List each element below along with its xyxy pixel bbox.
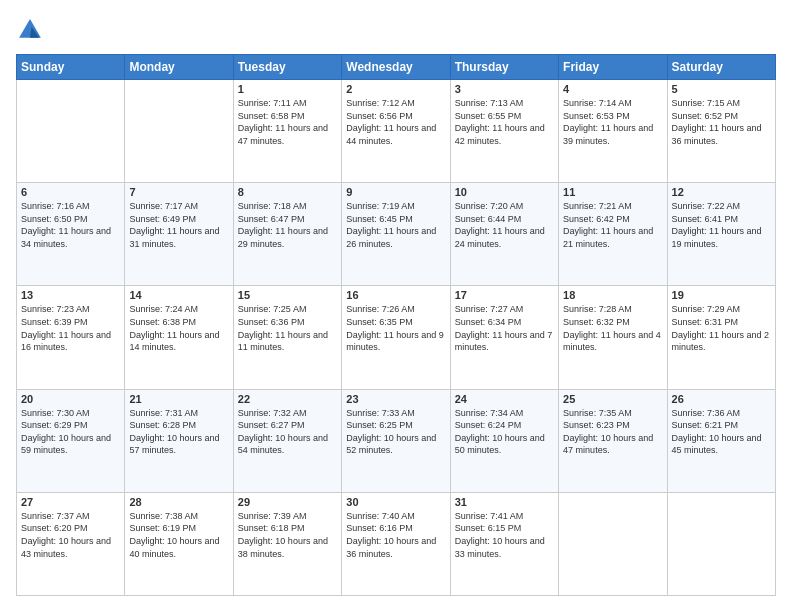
week-row-5: 27Sunrise: 7:37 AM Sunset: 6:20 PM Dayli…: [17, 492, 776, 595]
day-header-saturday: Saturday: [667, 55, 775, 80]
cell-info: Sunrise: 7:26 AM Sunset: 6:35 PM Dayligh…: [346, 303, 445, 353]
calendar-cell: 2Sunrise: 7:12 AM Sunset: 6:56 PM Daylig…: [342, 80, 450, 183]
cell-info: Sunrise: 7:19 AM Sunset: 6:45 PM Dayligh…: [346, 200, 445, 250]
day-number: 26: [672, 393, 771, 405]
week-row-1: 1Sunrise: 7:11 AM Sunset: 6:58 PM Daylig…: [17, 80, 776, 183]
calendar-cell: 20Sunrise: 7:30 AM Sunset: 6:29 PM Dayli…: [17, 389, 125, 492]
logo: [16, 16, 48, 44]
day-number: 6: [21, 186, 120, 198]
calendar-cell: 16Sunrise: 7:26 AM Sunset: 6:35 PM Dayli…: [342, 286, 450, 389]
cell-info: Sunrise: 7:11 AM Sunset: 6:58 PM Dayligh…: [238, 97, 337, 147]
calendar-cell: 31Sunrise: 7:41 AM Sunset: 6:15 PM Dayli…: [450, 492, 558, 595]
calendar-cell: 15Sunrise: 7:25 AM Sunset: 6:36 PM Dayli…: [233, 286, 341, 389]
cell-info: Sunrise: 7:17 AM Sunset: 6:49 PM Dayligh…: [129, 200, 228, 250]
calendar-cell: [125, 80, 233, 183]
cell-info: Sunrise: 7:28 AM Sunset: 6:32 PM Dayligh…: [563, 303, 662, 353]
day-number: 25: [563, 393, 662, 405]
day-number: 21: [129, 393, 228, 405]
calendar-cell: 25Sunrise: 7:35 AM Sunset: 6:23 PM Dayli…: [559, 389, 667, 492]
calendar-cell: [559, 492, 667, 595]
cell-info: Sunrise: 7:37 AM Sunset: 6:20 PM Dayligh…: [21, 510, 120, 560]
calendar-cell: 8Sunrise: 7:18 AM Sunset: 6:47 PM Daylig…: [233, 183, 341, 286]
header: [16, 16, 776, 44]
cell-info: Sunrise: 7:33 AM Sunset: 6:25 PM Dayligh…: [346, 407, 445, 457]
calendar-cell: [17, 80, 125, 183]
calendar: SundayMondayTuesdayWednesdayThursdayFrid…: [16, 54, 776, 596]
day-number: 9: [346, 186, 445, 198]
cell-info: Sunrise: 7:15 AM Sunset: 6:52 PM Dayligh…: [672, 97, 771, 147]
day-number: 2: [346, 83, 445, 95]
day-number: 24: [455, 393, 554, 405]
day-number: 22: [238, 393, 337, 405]
day-number: 3: [455, 83, 554, 95]
day-header-wednesday: Wednesday: [342, 55, 450, 80]
cell-info: Sunrise: 7:13 AM Sunset: 6:55 PM Dayligh…: [455, 97, 554, 147]
day-number: 1: [238, 83, 337, 95]
calendar-cell: [667, 492, 775, 595]
calendar-cell: 22Sunrise: 7:32 AM Sunset: 6:27 PM Dayli…: [233, 389, 341, 492]
calendar-cell: 17Sunrise: 7:27 AM Sunset: 6:34 PM Dayli…: [450, 286, 558, 389]
calendar-header-row: SundayMondayTuesdayWednesdayThursdayFrid…: [17, 55, 776, 80]
cell-info: Sunrise: 7:30 AM Sunset: 6:29 PM Dayligh…: [21, 407, 120, 457]
calendar-cell: 11Sunrise: 7:21 AM Sunset: 6:42 PM Dayli…: [559, 183, 667, 286]
day-number: 18: [563, 289, 662, 301]
cell-info: Sunrise: 7:14 AM Sunset: 6:53 PM Dayligh…: [563, 97, 662, 147]
cell-info: Sunrise: 7:36 AM Sunset: 6:21 PM Dayligh…: [672, 407, 771, 457]
day-number: 30: [346, 496, 445, 508]
cell-info: Sunrise: 7:12 AM Sunset: 6:56 PM Dayligh…: [346, 97, 445, 147]
calendar-cell: 4Sunrise: 7:14 AM Sunset: 6:53 PM Daylig…: [559, 80, 667, 183]
day-number: 15: [238, 289, 337, 301]
day-number: 7: [129, 186, 228, 198]
calendar-cell: 1Sunrise: 7:11 AM Sunset: 6:58 PM Daylig…: [233, 80, 341, 183]
week-row-2: 6Sunrise: 7:16 AM Sunset: 6:50 PM Daylig…: [17, 183, 776, 286]
cell-info: Sunrise: 7:38 AM Sunset: 6:19 PM Dayligh…: [129, 510, 228, 560]
day-number: 11: [563, 186, 662, 198]
cell-info: Sunrise: 7:35 AM Sunset: 6:23 PM Dayligh…: [563, 407, 662, 457]
day-number: 10: [455, 186, 554, 198]
day-number: 8: [238, 186, 337, 198]
day-number: 4: [563, 83, 662, 95]
calendar-cell: 13Sunrise: 7:23 AM Sunset: 6:39 PM Dayli…: [17, 286, 125, 389]
calendar-cell: 30Sunrise: 7:40 AM Sunset: 6:16 PM Dayli…: [342, 492, 450, 595]
calendar-cell: 10Sunrise: 7:20 AM Sunset: 6:44 PM Dayli…: [450, 183, 558, 286]
cell-info: Sunrise: 7:16 AM Sunset: 6:50 PM Dayligh…: [21, 200, 120, 250]
day-number: 29: [238, 496, 337, 508]
cell-info: Sunrise: 7:27 AM Sunset: 6:34 PM Dayligh…: [455, 303, 554, 353]
calendar-cell: 18Sunrise: 7:28 AM Sunset: 6:32 PM Dayli…: [559, 286, 667, 389]
calendar-cell: 27Sunrise: 7:37 AM Sunset: 6:20 PM Dayli…: [17, 492, 125, 595]
cell-info: Sunrise: 7:25 AM Sunset: 6:36 PM Dayligh…: [238, 303, 337, 353]
day-header-friday: Friday: [559, 55, 667, 80]
cell-info: Sunrise: 7:34 AM Sunset: 6:24 PM Dayligh…: [455, 407, 554, 457]
calendar-cell: 21Sunrise: 7:31 AM Sunset: 6:28 PM Dayli…: [125, 389, 233, 492]
week-row-3: 13Sunrise: 7:23 AM Sunset: 6:39 PM Dayli…: [17, 286, 776, 389]
cell-info: Sunrise: 7:22 AM Sunset: 6:41 PM Dayligh…: [672, 200, 771, 250]
week-row-4: 20Sunrise: 7:30 AM Sunset: 6:29 PM Dayli…: [17, 389, 776, 492]
day-number: 16: [346, 289, 445, 301]
day-number: 28: [129, 496, 228, 508]
cell-info: Sunrise: 7:40 AM Sunset: 6:16 PM Dayligh…: [346, 510, 445, 560]
calendar-cell: 12Sunrise: 7:22 AM Sunset: 6:41 PM Dayli…: [667, 183, 775, 286]
day-header-sunday: Sunday: [17, 55, 125, 80]
calendar-cell: 23Sunrise: 7:33 AM Sunset: 6:25 PM Dayli…: [342, 389, 450, 492]
day-number: 14: [129, 289, 228, 301]
calendar-cell: 26Sunrise: 7:36 AM Sunset: 6:21 PM Dayli…: [667, 389, 775, 492]
page: SundayMondayTuesdayWednesdayThursdayFrid…: [0, 0, 792, 612]
cell-info: Sunrise: 7:21 AM Sunset: 6:42 PM Dayligh…: [563, 200, 662, 250]
calendar-cell: 6Sunrise: 7:16 AM Sunset: 6:50 PM Daylig…: [17, 183, 125, 286]
calendar-cell: 3Sunrise: 7:13 AM Sunset: 6:55 PM Daylig…: [450, 80, 558, 183]
day-header-monday: Monday: [125, 55, 233, 80]
cell-info: Sunrise: 7:23 AM Sunset: 6:39 PM Dayligh…: [21, 303, 120, 353]
day-number: 31: [455, 496, 554, 508]
day-number: 19: [672, 289, 771, 301]
cell-info: Sunrise: 7:32 AM Sunset: 6:27 PM Dayligh…: [238, 407, 337, 457]
day-number: 12: [672, 186, 771, 198]
day-number: 23: [346, 393, 445, 405]
calendar-cell: 19Sunrise: 7:29 AM Sunset: 6:31 PM Dayli…: [667, 286, 775, 389]
cell-info: Sunrise: 7:31 AM Sunset: 6:28 PM Dayligh…: [129, 407, 228, 457]
cell-info: Sunrise: 7:29 AM Sunset: 6:31 PM Dayligh…: [672, 303, 771, 353]
day-number: 13: [21, 289, 120, 301]
calendar-cell: 14Sunrise: 7:24 AM Sunset: 6:38 PM Dayli…: [125, 286, 233, 389]
day-number: 17: [455, 289, 554, 301]
cell-info: Sunrise: 7:39 AM Sunset: 6:18 PM Dayligh…: [238, 510, 337, 560]
day-number: 27: [21, 496, 120, 508]
